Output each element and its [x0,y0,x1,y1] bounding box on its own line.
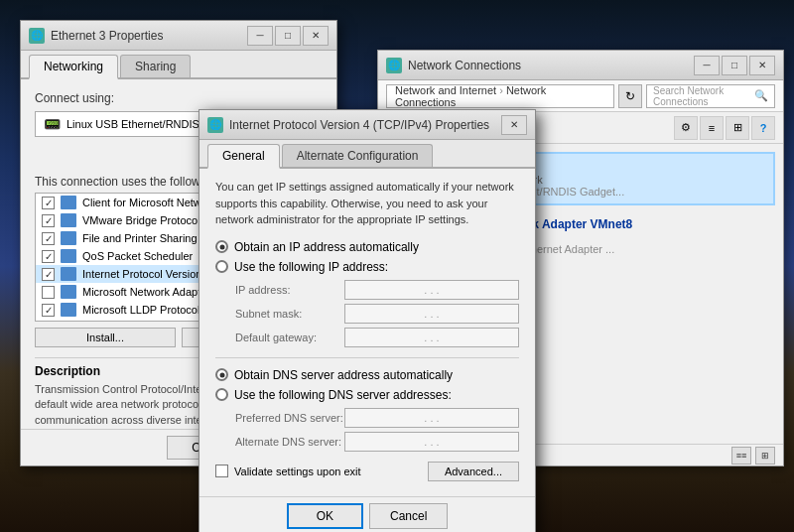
ip-address-input: . . . [344,280,519,300]
toolbar-right-icons: ⚙ ≡ ⊞ ? [674,116,775,140]
eth-close-button[interactable]: ✕ [303,26,329,46]
eth-titlebar: 🌐 Ethernet 3 Properties ─ □ ✕ [21,21,336,51]
tab-general[interactable]: General [207,144,280,169]
obtain-dns-auto-row: Obtain DNS server address automatically [215,368,519,382]
protocol-icon-5 [61,285,76,299]
item-label-3: QoS Packet Scheduler [82,250,193,262]
obtain-ip-auto-row: Obtain an IP address automatically [215,240,519,254]
section-divider [215,357,519,358]
tab-networking[interactable]: Networking [29,55,118,79]
obtain-dns-radio[interactable] [215,368,228,381]
preferred-dns-input: . . . [344,408,519,428]
protocol-icon-4 [61,267,76,281]
eth-tab-bar: Networking Sharing [21,51,336,79]
ipv4-ok-button[interactable]: OK [287,503,363,529]
view-button[interactable]: ⊞ [726,116,749,140]
use-following-ip-row: Use the following IP address: [215,260,519,274]
view-status-button[interactable]: ≡ [700,116,724,140]
usb-adapter-icon: 📟 [44,116,61,132]
search-box[interactable]: Search Network Connections 🔍 [646,84,775,108]
ipv4-properties-dialog: 🌐 Internet Protocol Version 4 (TCP/IPv4)… [198,109,536,532]
preferred-dns-row: Preferred DNS server: . . . [215,408,519,428]
ipv4-content: You can get IP settings assigned automat… [199,169,535,491]
ipv4-tab-bar: General Alternate Configuration [199,140,535,169]
checkbox-5[interactable] [42,286,55,299]
validate-label: Validate settings upon exit [234,466,361,477]
ipv4-footer: OK Cancel [199,496,535,532]
alternate-dns-label: Alternate DNS server: [235,436,344,448]
network-icon: 🌐 [386,58,402,73]
protocol-icon-6 [61,303,76,317]
ipv4-window-controls: ✕ [501,115,527,135]
ipv4-cancel-button[interactable]: Cancel [369,503,448,529]
search-placeholder: Search Network Connections [653,85,750,107]
maximize-button[interactable]: □ [722,56,747,75]
alternate-dns-row: Alternate DNS server: . . . [215,432,519,452]
eth-titlebar-left: 🌐 Ethernet 3 Properties [29,28,163,44]
refresh-button[interactable]: ↻ [618,84,642,108]
ipv4-titlebar: 🌐 Internet Protocol Version 4 (TCP/IPv4)… [199,110,535,140]
list-view-button[interactable]: ≡≡ [731,447,751,465]
ip-address-label: IP address: [235,284,344,296]
breadcrumb-text: Network and Internet › Network Connectio… [395,84,605,108]
alternate-dns-input: . . . [344,432,519,452]
protocol-icon-2 [61,231,76,245]
address-bar: Network and Internet › Network Connectio… [378,80,783,112]
use-following-dns-row: Use the following DNS server addresses: [215,388,519,402]
eth-maximize-button[interactable]: □ [275,26,301,46]
titlebar-left: 🌐 Network Connections [386,58,521,73]
item-label-1: VMware Bridge Protocol [82,214,200,226]
validate-checkbox[interactable] [215,465,228,477]
default-gateway-label: Default gateway: [235,332,344,343]
subnet-mask-label: Subnet mask: [235,308,344,320]
protocol-icon-3 [61,249,76,263]
use-dns-label: Use the following DNS server addresses: [234,388,452,402]
tab-alternate-config[interactable]: Alternate Configuration [282,144,434,167]
validate-row: Validate settings upon exit Advanced... [215,462,519,481]
ipv4-titlebar-left: 🌐 Internet Protocol Version 4 (TCP/IPv4)… [207,117,489,133]
use-ip-radio[interactable] [215,260,228,273]
checkbox-1[interactable] [42,214,55,227]
minimize-button[interactable]: ─ [694,56,720,75]
connect-using-label: Connect using: [35,91,323,105]
change-adapter-settings-button[interactable]: ⚙ [674,116,698,140]
use-dns-radio[interactable] [215,388,228,401]
checkbox-2[interactable] [42,232,55,245]
ipv4-info-text: You can get IP settings assigned automat… [215,179,519,228]
protocol-icon-0 [61,196,76,209]
ipv4-close-button[interactable]: ✕ [501,115,527,135]
use-ip-label: Use the following IP address: [234,260,388,274]
subnet-mask-input: . . . [344,304,519,324]
default-gateway-input: . . . [344,328,519,347]
checkbox-0[interactable] [42,197,55,209]
grid-view-button[interactable]: ⊞ [755,447,775,465]
obtain-ip-label: Obtain an IP address automatically [234,240,419,254]
ipv4-icon: 🌐 [207,117,223,133]
checkbox-3[interactable] [42,250,55,263]
tab-sharing[interactable]: Sharing [120,55,191,77]
window-title: Network Connections [408,59,521,72]
search-icon: 🔍 [754,89,768,102]
checkbox-4[interactable] [42,268,55,281]
view-buttons: ≡≡ ⊞ [731,447,775,465]
preferred-dns-label: Preferred DNS server: [235,412,344,424]
eth-window-title: Ethernet 3 Properties [51,29,163,43]
breadcrumb-path[interactable]: Network and Internet › Network Connectio… [386,84,614,108]
subnet-mask-row: Subnet mask: . . . [215,304,519,324]
default-gateway-row: Default gateway: . . . [215,328,519,347]
eth-window-controls: ─ □ ✕ [247,26,329,46]
window-controls: ─ □ ✕ [694,56,775,75]
checkbox-6[interactable] [42,304,55,317]
advanced-button[interactable]: Advanced... [428,462,519,481]
eth-icon: 🌐 [29,28,45,44]
protocol-icon-1 [61,213,76,227]
help-button[interactable]: ? [751,116,775,140]
net-connections-titlebar: 🌐 Network Connections ─ □ ✕ [378,51,783,80]
close-button[interactable]: ✕ [749,56,775,75]
install-button[interactable]: Install... [35,328,176,347]
obtain-ip-radio[interactable] [215,240,228,253]
eth-minimize-button[interactable]: ─ [247,26,273,46]
ipv4-window-title: Internet Protocol Version 4 (TCP/IPv4) P… [229,118,489,132]
ip-address-row: IP address: . . . [215,280,519,300]
obtain-dns-label: Obtain DNS server address automatically [234,368,453,382]
